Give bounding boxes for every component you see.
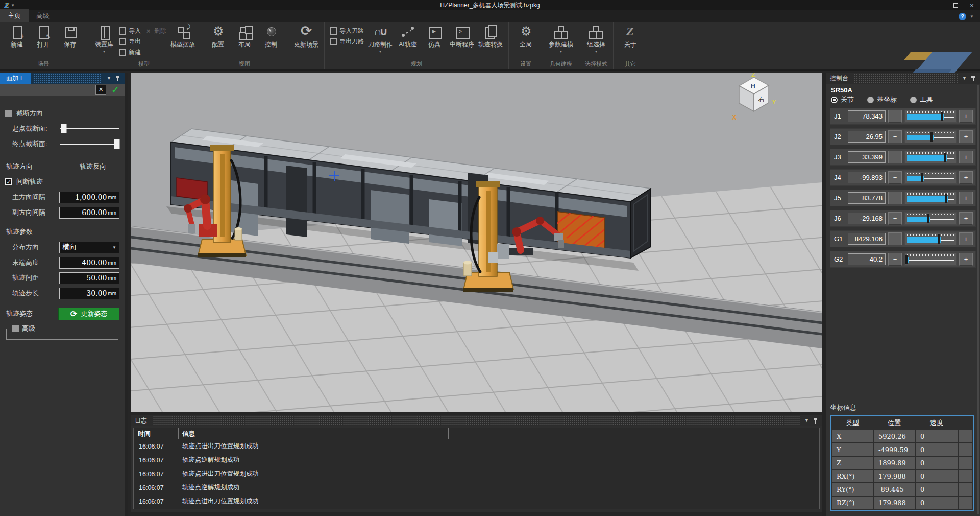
log-row[interactable]: 16:06:07 轨迹点逆解规划成功	[134, 481, 819, 495]
trajectory-step-input[interactable]: 30.00 mm	[59, 288, 119, 299]
joint-increase-button[interactable]: +	[959, 171, 973, 184]
joint-decrease-button[interactable]: −	[888, 171, 902, 184]
view-layout-button[interactable]: 布局	[231, 23, 258, 60]
log-row[interactable]: 16:06:07 轨迹点进出刀位置规划成功	[134, 467, 819, 481]
help-icon[interactable]: ?	[959, 13, 966, 20]
new-model-button[interactable]: 新建	[119, 48, 141, 57]
panel-scrollbar[interactable]	[977, 85, 979, 514]
sub-gap-input[interactable]: 600.00 mm	[59, 207, 119, 219]
panel-dropdown-icon[interactable]: ▼	[960, 76, 969, 81]
global-settings-button[interactable]: 全局	[512, 23, 539, 60]
slider-handle[interactable]	[905, 255, 908, 264]
simulation-button[interactable]: 仿真	[421, 23, 448, 60]
log-panel-header[interactable]: 日志 ▼	[131, 415, 822, 426]
tab-home[interactable]: 主页	[0, 9, 29, 22]
update-pose-button[interactable]: ⟳ 更新姿态	[58, 308, 119, 320]
tab-advanced[interactable]: 高级	[29, 9, 57, 22]
log-row[interactable]: 16:06:07 轨迹点逆解规划成功	[134, 453, 819, 467]
radio-base-coord[interactable]: 基坐标	[867, 95, 897, 104]
joint-increase-button[interactable]: +	[959, 130, 973, 143]
trajectory-convert-button[interactable]: 轨迹转换	[476, 23, 505, 60]
joint-decrease-button[interactable]: −	[888, 192, 902, 204]
trajectory-reverse-label[interactable]: 轨迹反向	[62, 162, 119, 171]
panel-dropdown-icon[interactable]: ▼	[104, 76, 114, 81]
column-header-time[interactable]: 时间	[134, 428, 179, 439]
joint-value-input[interactable]: 8429.106	[848, 233, 886, 245]
app-logo-icon[interactable]: Z	[0, 1, 11, 10]
trajectory-spacing-input[interactable]: 50.00 mm	[59, 272, 119, 284]
ribbon-collapse-icon[interactable]: ▼	[970, 14, 974, 19]
joint-slider[interactable]	[904, 151, 957, 163]
end-height-input[interactable]: 400.00 mm	[59, 257, 119, 269]
slider-handle[interactable]	[927, 214, 929, 223]
toolpath-make-button[interactable]: 刀路制作 ▼	[366, 23, 395, 60]
log-row[interactable]: 16:06:07 轨迹点进出刀位置规划成功	[134, 439, 819, 453]
joint-value-input[interactable]: 33.399	[848, 151, 886, 163]
joint-slider[interactable]	[904, 212, 957, 225]
device-library-button[interactable]: 装置库 ▼	[91, 23, 117, 60]
end-section-slider[interactable]	[60, 139, 119, 149]
face-panel-header[interactable]: 面加工 ▼	[0, 73, 125, 84]
joint-slider[interactable]	[904, 171, 957, 184]
parametric-modeling-button[interactable]: 参数建模 ▼	[547, 23, 575, 60]
joint-slider[interactable]	[904, 192, 957, 204]
joint-slider[interactable]	[904, 232, 957, 245]
minimize-button[interactable]: —	[931, 0, 947, 10]
joint-decrease-button[interactable]: −	[888, 212, 902, 225]
update-scene-button[interactable]: 更新场景	[292, 23, 321, 62]
about-button[interactable]: 关于	[617, 23, 644, 60]
app-menu-caret-icon[interactable]: ▼	[11, 3, 15, 8]
slider-handle[interactable]	[938, 234, 940, 244]
slider-handle[interactable]	[921, 173, 923, 182]
joint-increase-button[interactable]: +	[959, 151, 973, 163]
joint-value-input[interactable]: 83.778	[848, 192, 886, 204]
joint-value-input[interactable]: 78.343	[848, 110, 886, 122]
console-panel-header[interactable]: 控制台 ▼	[826, 73, 980, 84]
pin-icon[interactable]	[970, 75, 976, 82]
maximize-button[interactable]	[947, 0, 964, 10]
joint-increase-button[interactable]: +	[959, 192, 973, 204]
view-config-button[interactable]: 配置	[205, 23, 231, 60]
panel-dropdown-icon[interactable]: ▼	[802, 418, 812, 423]
model-placement-button[interactable]: 模型摆放	[168, 23, 197, 60]
joint-value-input[interactable]: -99.893	[848, 172, 886, 183]
column-header-message[interactable]: 信息	[179, 428, 448, 439]
joint-decrease-button[interactable]: −	[888, 130, 902, 143]
interrupt-trajectory-checkbox[interactable]: ✓	[5, 178, 12, 185]
cut-direction-checkbox[interactable]	[5, 110, 12, 117]
slider-handle[interactable]	[945, 194, 947, 203]
joint-decrease-button[interactable]: −	[888, 232, 902, 245]
open-scene-button[interactable]: 打开	[30, 23, 57, 60]
confirm-button[interactable]: ✓	[111, 84, 119, 96]
joint-increase-button[interactable]: +	[959, 232, 973, 245]
joint-increase-button[interactable]: +	[959, 110, 973, 123]
joint-value-input[interactable]: 26.95	[848, 131, 886, 143]
save-scene-button[interactable]: 保存	[57, 23, 83, 60]
joint-decrease-button[interactable]: −	[888, 253, 902, 266]
radio-joint[interactable]: 关节	[831, 95, 854, 104]
advanced-checkbox[interactable]	[12, 325, 19, 332]
slider-handle[interactable]	[944, 153, 946, 162]
export-model-button[interactable]: 导出	[119, 37, 141, 46]
joint-slider[interactable]	[904, 253, 957, 266]
ai-trajectory-button[interactable]: AI轨迹	[395, 23, 421, 60]
import-model-button[interactable]: 导入	[119, 27, 141, 35]
joint-value-input[interactable]: 40.2	[848, 253, 886, 265]
joint-increase-button[interactable]: +	[959, 212, 973, 225]
slider-handle[interactable]	[941, 112, 943, 121]
new-scene-button[interactable]: 新建	[4, 23, 30, 60]
joint-slider[interactable]	[904, 110, 957, 123]
close-button[interactable]: ×	[964, 0, 980, 10]
pin-icon[interactable]	[115, 75, 120, 82]
slider-handle[interactable]	[930, 132, 933, 142]
joint-increase-button[interactable]: +	[959, 253, 973, 266]
main-gap-input[interactable]: 1,000.00 mm	[59, 192, 119, 203]
import-toolpath-button[interactable]: 导入刀路	[330, 27, 364, 35]
joint-decrease-button[interactable]: −	[888, 151, 902, 163]
interrupt-program-button[interactable]: 中断程序	[448, 23, 476, 60]
start-section-slider[interactable]	[60, 124, 119, 134]
pin-icon[interactable]	[813, 417, 818, 424]
group-select-button[interactable]: 组选择 ▼	[583, 23, 609, 60]
slider-handle[interactable]	[114, 139, 120, 149]
view-control-button[interactable]: 控制	[258, 23, 284, 60]
